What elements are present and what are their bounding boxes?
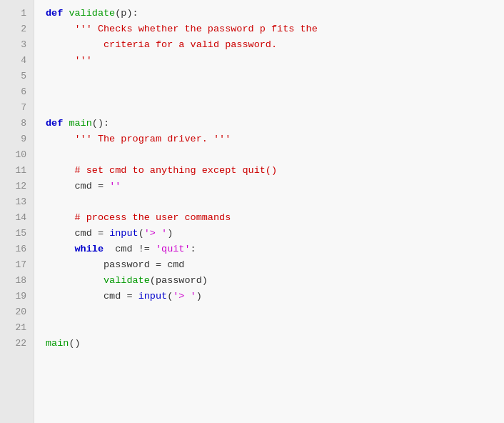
token-plain: : [191, 244, 196, 254]
line-number: 19 [0, 289, 34, 304]
code-line [46, 304, 504, 320]
code-line: ''' The program driver. ''' [46, 131, 504, 147]
code-line: while cmd != 'quit': [46, 242, 504, 257]
token-plain [46, 39, 104, 50]
line-number: 8 [0, 116, 34, 131]
token-plain: cmd != [104, 244, 156, 254]
token-fn-name: validate [69, 8, 115, 19]
token-plain: () [69, 338, 80, 349]
line-number: 9 [0, 131, 34, 147]
line-number: 17 [0, 257, 34, 273]
line-number: 12 [0, 179, 34, 194]
line-number: 1 [0, 6, 34, 21]
line-number: 2 [0, 21, 34, 37]
line-numbers: 12345678910111213141516171819202122 [0, 0, 34, 423]
line-number: 13 [0, 194, 34, 210]
line-number: 21 [0, 320, 34, 336]
line-number: 15 [0, 226, 34, 242]
code-line: # process the user commands [46, 210, 504, 226]
line-number: 5 [0, 69, 34, 84]
token-plain [46, 244, 75, 254]
token-fn-name: validate [104, 275, 150, 286]
token-comment: ''' The program driver. ''' [75, 134, 231, 144]
code-line [46, 320, 504, 336]
token-plain: password = cmd [46, 259, 184, 270]
line-number: 3 [0, 37, 34, 53]
token-kw-while: while [75, 244, 104, 254]
code-line: ''' [46, 53, 504, 69]
token-comment: ''' Checks whether the password p fits t… [75, 24, 318, 34]
code-line: cmd = '' [46, 179, 504, 194]
code-line: password = cmd [46, 257, 504, 273]
token-comment: criteria for a valid password. [104, 39, 277, 50]
token-string: '> ' [173, 291, 196, 302]
line-number: 6 [0, 84, 34, 100]
token-plain [46, 212, 75, 223]
token-comment: # set cmd to anything except quit() [75, 165, 278, 176]
line-number: 14 [0, 210, 34, 226]
code-line: main() [46, 336, 504, 352]
line-number: 7 [0, 100, 34, 116]
token-plain: ( [138, 228, 144, 239]
code-line: ''' Checks whether the password p fits t… [46, 21, 504, 37]
code-line [46, 84, 504, 100]
line-number: 18 [0, 273, 34, 289]
code-line: cmd = input('> ') [46, 289, 504, 304]
code-line [46, 194, 504, 210]
code-line [46, 147, 504, 163]
line-number: 22 [0, 336, 34, 352]
token-fn-name: main [46, 338, 69, 349]
code-line [46, 100, 504, 116]
token-plain: (): [92, 118, 109, 129]
token-plain: cmd = [46, 291, 138, 302]
token-kw-def: def [46, 8, 69, 19]
code-line: validate(password) [46, 273, 504, 289]
editor-container: 12345678910111213141516171819202122 def … [0, 0, 504, 423]
line-number: 20 [0, 304, 34, 320]
token-plain [46, 55, 75, 66]
token-kw-input: input [138, 291, 168, 302]
token-plain: (p): [115, 8, 138, 19]
token-plain: cmd = [46, 228, 109, 239]
token-string: '' [109, 181, 121, 191]
line-number: 11 [0, 163, 34, 179]
token-comment: # process the user commands [75, 212, 231, 223]
code-line: def validate(p): [46, 6, 504, 21]
token-plain: ) [196, 291, 202, 302]
token-kw-input: input [109, 228, 138, 239]
token-plain [46, 134, 75, 144]
code-line [46, 69, 504, 84]
token-string: '> ' [144, 228, 167, 239]
token-plain: ) [167, 228, 173, 239]
line-number: 16 [0, 242, 34, 257]
code-line: cmd = input('> ') [46, 226, 504, 242]
line-number: 10 [0, 147, 34, 163]
code-line: # set cmd to anything except quit() [46, 163, 504, 179]
token-kw-def: def [46, 118, 69, 129]
line-number: 4 [0, 53, 34, 69]
code-area[interactable]: def validate(p): ''' Checks whether the … [34, 0, 504, 423]
token-plain [46, 275, 104, 286]
token-plain [46, 165, 75, 176]
code-line: def main(): [46, 116, 504, 131]
token-fn-name: main [69, 118, 91, 129]
token-plain [46, 24, 75, 34]
token-plain: cmd = [46, 181, 109, 191]
token-string: 'quit' [156, 244, 191, 254]
token-comment: ''' [75, 55, 92, 66]
token-plain: (password) [150, 275, 208, 286]
code-line: criteria for a valid password. [46, 37, 504, 53]
